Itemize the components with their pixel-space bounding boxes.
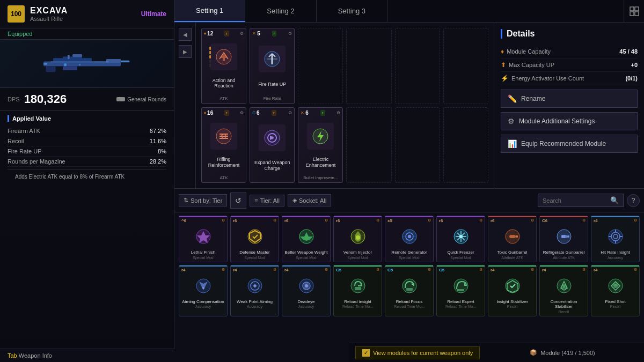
- rarity-stripe: [334, 216, 382, 217]
- side-button-up[interactable]: ◀: [179, 28, 192, 41]
- dps-value: 180,326: [24, 92, 67, 106]
- mod-header: r4 ⚙: [594, 218, 637, 223]
- expand-weapon-charge-icon: [262, 128, 282, 147]
- module-slot-7-header: ♦ 16 r ⚙: [204, 110, 244, 116]
- weapon-info-label: Weapon Info: [19, 352, 52, 359]
- stat-name: Fire Rate UP: [8, 148, 42, 154]
- refresh-button[interactable]: ↺: [230, 193, 246, 209]
- search-input[interactable]: [543, 197, 607, 204]
- mod-card-hit-rate-insight[interactable]: r4 ⚙ Hit Rate Insight Accuracy: [591, 216, 640, 262]
- mod-name: Toxic Gunbarrel: [497, 250, 527, 255]
- svg-rect-13: [630, 7, 634, 11]
- module-slot-4[interactable]: [346, 28, 391, 104]
- svg-rect-9: [72, 54, 82, 57]
- mod-card-concentration-stabilizer[interactable]: r4 ⚙ Concentration Stabilizer Recoil: [539, 265, 588, 316]
- rarity-stripe: [282, 216, 330, 217]
- stat-row-magazine: Rounds per Magazine 28.2%: [8, 157, 166, 167]
- search-icon[interactable]: 🔍: [610, 196, 619, 204]
- module-slot-7[interactable]: ♦ 16 r ⚙ RiflingReinforcement ATK: [201, 107, 246, 183]
- mod-icon-defense-master: [244, 225, 266, 248]
- cost-icon: C: [252, 110, 255, 115]
- module-slot-1-header: ♦ 12 r ⚙: [204, 31, 244, 36]
- stat-row-fire-rate: Fire Rate UP 8%: [8, 146, 166, 157]
- module-count-icon: 📦: [530, 349, 537, 356]
- svg-point-73: [613, 284, 618, 288]
- mod-card-better-weapon-weight[interactable]: r6 ⚙ Better Weapon Weight Special Mod: [282, 216, 331, 262]
- mod-card-remote-generator[interactable]: x5 ⚙ Remote Generator Special Mod: [385, 216, 434, 262]
- module-slot-8-header: C 6 r ⚙: [252, 110, 292, 116]
- module-slot-8[interactable]: C 6 r ⚙ Expand WeaponCharge: [250, 107, 295, 183]
- mod-icon-concentration-stabilizer: [553, 275, 575, 297]
- cost-icon: ✕: [301, 110, 304, 115]
- mod-name: Deadeye: [297, 299, 314, 305]
- mod-card-quick-freezer[interactable]: r6 ⚙ Quick Freezer Special Mod: [436, 216, 485, 262]
- tab-key: Tab: [8, 352, 17, 359]
- mod-header: r6 ⚙: [336, 218, 379, 223]
- svg-rect-66: [406, 288, 413, 291]
- tab-setting-1[interactable]: Setting 1: [174, 0, 245, 22]
- mod-card-reload-insight[interactable]: C5 ⚙ Reload insight Reload Time Mo...: [333, 265, 382, 316]
- module-icon-area: [307, 123, 334, 150]
- module-slot-6[interactable]: [443, 28, 488, 104]
- svg-rect-64: [355, 287, 361, 290]
- svg-point-11: [64, 63, 67, 66]
- mod-card-toxic-gunbarrel[interactable]: r6 ⚙ Toxic Gunbarrel Attribute ATK: [488, 216, 537, 262]
- module-slot-10[interactable]: [346, 107, 391, 183]
- rename-button[interactable]: ✏️ Rename: [501, 90, 638, 108]
- module-settings-button[interactable]: ⚙ Module Additional Settings: [501, 112, 638, 130]
- weapon-name: EXCAVA: [30, 6, 68, 16]
- mod-icon-venom-injector: [347, 225, 369, 248]
- stat-name: Recoil: [8, 138, 24, 144]
- mod-header: x5 ⚙: [387, 218, 431, 223]
- module-slot-2[interactable]: ✕ 5 r ⚙ Fire Rate UP Fire R: [250, 28, 295, 104]
- module-name: Fire Rate UP: [258, 82, 286, 87]
- equip-recommended-button[interactable]: 📊 Equip Recommended Module: [501, 135, 638, 153]
- svg-point-62: [305, 284, 308, 287]
- equip-icon: 📊: [508, 139, 517, 148]
- mod-card-venom-injector[interactable]: r6 ⚙ Venom Injector Special Mod: [333, 216, 382, 262]
- mod-card-reload-focus[interactable]: C5 ⚙ Reload Focus Reload Time Mo...: [385, 265, 434, 316]
- module-icon-area: [259, 46, 286, 72]
- mod-card-fixed-shot[interactable]: r4 ⚙ Fixed Shot Recoil: [591, 265, 640, 316]
- stat-list: Firearm ATK 67.2% Recoil 11.6% Fire Rate…: [8, 126, 166, 167]
- module-slot-11[interactable]: [395, 107, 440, 183]
- mod-card-insight-stabilizer[interactable]: r4 ⚙ Insight Stabilizer Recoil: [488, 265, 537, 316]
- energy-row: ⚡ Energy Activator Use Count (0/1): [501, 72, 638, 85]
- tab-grid-icon[interactable]: [624, 0, 644, 23]
- module-list-area[interactable]: ^6 ⚙ Lethal Finish Special Mod r6 ⚙: [174, 212, 644, 356]
- mod-icon-refrigerate-gunbarrel: [553, 225, 575, 248]
- view-modules-checkbox[interactable]: ✓ View modules for current weapon only: [355, 346, 480, 359]
- mod-type: Accuracy: [247, 305, 262, 308]
- weapon-image: [39, 48, 135, 80]
- mod-icon-aiming-compensation: [192, 275, 215, 297]
- mod-card-defense-master[interactable]: r6 ⚙ Defense Master Special Mod: [230, 216, 279, 262]
- mod-card-weak-point-aiming[interactable]: r4 ⚙ Weak Point Aiming Accuracy: [230, 265, 279, 316]
- mod-card-lethal-finish[interactable]: ^6 ⚙ Lethal Finish Special Mod: [179, 216, 228, 262]
- cost-num: 16: [207, 110, 213, 116]
- mod-card-reload-expert[interactable]: C5 ⚙ Reload Expert Reload Time Mo...: [436, 265, 485, 316]
- mod-card-aiming-compensation[interactable]: r4 ⚙ Aiming Compensation Accuracy: [179, 265, 228, 316]
- tab-setting-2[interactable]: Setting 2: [245, 0, 316, 22]
- cost-num: 6: [305, 110, 309, 116]
- sort-button[interactable]: ⇅ Sort by: Tier: [179, 194, 227, 206]
- svg-point-71: [562, 284, 566, 287]
- socket-filter[interactable]: ◈ Socket: All: [288, 194, 331, 206]
- mod-card-deadeye[interactable]: r4 ⚙ Deadeye Accuracy: [282, 265, 331, 316]
- module-slot-9[interactable]: ✕ 6 r ⚙ ElectricEnhancement Bullet Impro…: [298, 107, 343, 183]
- tab-setting-3[interactable]: Setting 3: [317, 0, 387, 22]
- help-button[interactable]: ?: [627, 194, 640, 207]
- stat-value: 11.6%: [150, 138, 166, 144]
- module-slot-3[interactable]: [298, 28, 343, 104]
- mod-card-refrigerate-gunbarrel[interactable]: C6 ⚙ Refrigerate Gunbarrel Attribute ATK: [539, 216, 588, 262]
- rarity-stripe: [437, 265, 485, 267]
- mod-header: C5 ⚙: [336, 268, 379, 272]
- module-slot-1[interactable]: ♦ 12 r ⚙: [201, 28, 246, 104]
- side-button-down[interactable]: ▶: [179, 45, 192, 58]
- tier-filter[interactable]: ≡ Tier: All: [250, 195, 284, 206]
- module-slot-5[interactable]: [395, 28, 440, 104]
- svg-point-65: [402, 279, 416, 293]
- module-slot-12[interactable]: [443, 107, 488, 183]
- bar: [209, 60, 211, 63]
- rarity-stripe: [179, 265, 227, 267]
- tab-weapon-info[interactable]: Tab Weapon Info: [0, 349, 174, 362]
